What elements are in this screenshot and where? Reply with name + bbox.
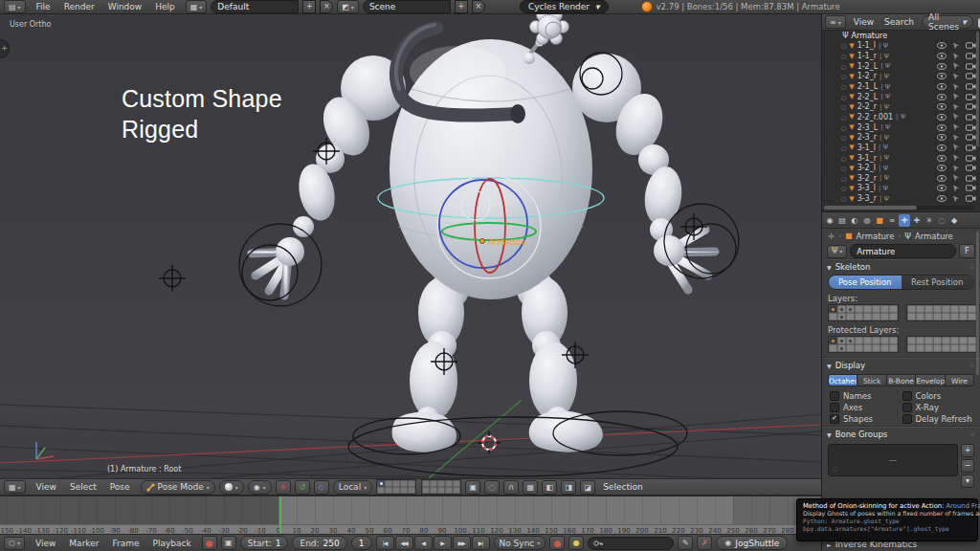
layer-cell[interactable] [959,344,968,352]
properties-tab-material-icon[interactable]: ◆ [948,214,960,227]
renderable-camera-icon[interactable] [965,165,976,171]
option-colors[interactable]: Colors [902,391,973,401]
lock-to-scene-icon[interactable]: ▣ [465,480,480,495]
layer-cell[interactable] [872,337,880,344]
renderable-camera-icon[interactable] [965,155,976,162]
layer-cell[interactable] [872,313,880,320]
outliner-hscrollbar[interactable] [824,206,974,209]
outliner-row[interactable]: ○ ▼ 3-1_r | Ψ [822,153,976,164]
visibility-eye-icon[interactable] [936,63,947,70]
outliner-row[interactable]: ○ ▼ 3-3_l | Ψ [822,184,976,194]
layer-cell[interactable] [950,337,959,344]
end-frame-field[interactable]: End:250 [292,536,346,550]
topbar-menu[interactable]: Render [57,2,101,11]
add-scene-button[interactable]: + [455,0,468,13]
selectable-arrow-icon[interactable] [950,62,962,70]
display-mode-stick-button[interactable]: Stick [858,374,886,386]
layer-cell[interactable] [924,313,933,320]
keying-set-field[interactable] [588,537,674,550]
shading-selector[interactable]: ▾ [219,480,244,495]
layer-cell[interactable] [829,305,837,313]
layer-cell[interactable] [889,305,898,313]
render-engine-selector[interactable]: Cycles Render▾ [520,0,609,13]
selectable-arrow-icon[interactable] [950,195,962,203]
topbar-menu[interactable]: Window [101,2,149,11]
checkbox[interactable] [902,391,912,401]
scene-layer-cell[interactable] [422,480,430,487]
scene-layer-cell[interactable] [400,487,408,494]
layer-cell[interactable] [959,305,968,313]
play-reverse-button[interactable]: ◀ [414,536,433,550]
editor-type-selector[interactable]: ≡▾ [825,15,846,29]
checkbox[interactable] [830,391,839,401]
fake-user-button[interactable]: F [959,244,975,258]
rest-position-button[interactable]: Rest Position [902,276,974,289]
layer-cell[interactable] [889,344,898,352]
scene-layer-cell[interactable] [453,480,460,487]
layer-cell[interactable] [933,305,942,313]
layer-cell[interactable] [942,313,950,320]
selectable-arrow-icon[interactable] [950,143,962,151]
expand-toggle-icon[interactable]: ○ [841,175,846,182]
renderable-camera-icon[interactable] [965,103,976,110]
expand-toggle-icon[interactable]: ○ [841,42,846,49]
scene-layer-cell[interactable] [422,487,430,494]
layer-cell[interactable] [863,305,872,313]
datablock-icon[interactable]: Ψ▾ [827,245,847,258]
expand-toggle-icon[interactable]: ○ [841,134,846,141]
expand-toggle-icon[interactable]: ○ [841,165,846,171]
properties-tab-render-layers-icon[interactable]: ▤ [836,214,848,227]
layer-cell[interactable] [959,313,968,320]
layer-cell[interactable] [924,337,933,344]
layer-cell[interactable] [916,305,924,313]
3d-viewport[interactable]: Armature User Ortho Custom Shape Rigged … [0,14,821,478]
sync-mode-selector[interactable]: No Sync▾ [494,536,546,550]
layer-cell[interactable] [846,305,855,313]
outliner-menu-search[interactable]: Search [881,17,917,27]
layer-cell[interactable] [933,313,942,320]
layer-cell[interactable] [933,337,942,344]
viewport-menu[interactable]: Pose [103,482,137,492]
jump-to-end-button[interactable]: ▶| [472,536,490,550]
outliner-filter-selector[interactable]: All Scenes▾ [922,15,973,29]
layer-cell[interactable] [968,337,976,344]
layer-cell[interactable] [959,337,968,344]
layer-cell[interactable] [924,305,933,313]
layer-cell[interactable] [950,305,959,313]
outliner-row[interactable]: ○ ▼ 3-2_l | Ψ [822,163,976,173]
layer-cell[interactable] [855,344,863,352]
properties-tab-render-icon[interactable]: ◉ [824,214,835,227]
layer-cell[interactable] [968,344,976,352]
scene-layer-cell[interactable] [377,487,385,494]
outliner-row[interactable]: ○ ▼ 2-3_r | Ψ [822,132,976,143]
group-specials-button[interactable]: ▾ [961,474,974,488]
visibility-eye-icon[interactable] [936,73,947,79]
layer-cell[interactable] [916,313,924,320]
renderable-camera-icon[interactable] [965,175,976,182]
properties-tab-world-icon[interactable]: ◍ [861,214,873,227]
renderable-camera-icon[interactable] [965,124,976,131]
selectable-arrow-icon[interactable] [950,123,962,131]
properties-tab-constraints-icon[interactable]: ∞ [886,214,898,227]
snap-element-icon[interactable]: ▦ [523,480,538,495]
scene-layer-cell[interactable] [437,480,445,487]
viewport-menu[interactable]: Select [63,482,103,492]
layer-cell[interactable] [950,344,959,352]
screen-layout-icon[interactable]: ▦▾ [186,0,208,13]
play-button[interactable]: ▶ [434,536,452,550]
expand-toggle-icon[interactable]: ○ [841,63,846,70]
scene-layer-cell[interactable] [445,480,453,487]
layer-cell[interactable] [889,313,898,320]
outliner-menu-view[interactable]: View [851,17,877,27]
layer-cell[interactable] [837,337,846,344]
layer-cell[interactable] [837,313,846,320]
expand-toggle-icon[interactable]: ○ [841,185,846,191]
scene-icon[interactable]: ◩▾ [337,0,359,13]
selectable-arrow-icon[interactable] [950,73,962,80]
pose-position-button[interactable]: Pose Position [829,276,902,289]
renderable-camera-icon[interactable] [965,63,976,70]
layer-cell[interactable] [950,313,959,320]
layer-cell[interactable] [916,344,924,352]
outliner-vscrollbar[interactable] [976,32,979,146]
outliner-row[interactable]: ○ Ψ Armature | Ψ [822,31,976,41]
